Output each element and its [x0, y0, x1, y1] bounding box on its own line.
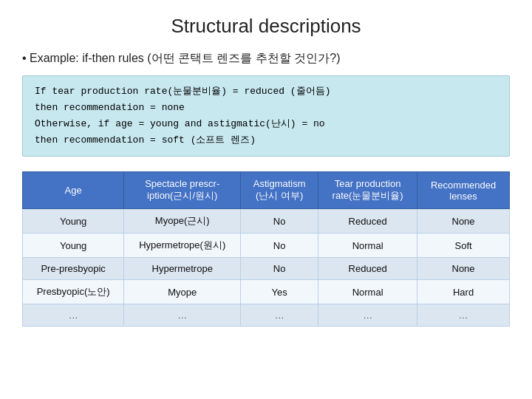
- page-title: Structural descriptions: [22, 15, 510, 38]
- table-cell: Myope: [124, 280, 241, 304]
- code-block: If tear production rate(눈물분비율) = reduced…: [22, 75, 510, 157]
- col-header-recommended: Recommendedlenses: [417, 172, 510, 209]
- table-cell: No: [241, 233, 318, 258]
- table-cell: Pre-presbyopic: [23, 258, 124, 280]
- table-cell: Myope(근시): [124, 209, 241, 233]
- code-line-1: If tear production rate(눈물분비율) = reduced…: [35, 86, 330, 97]
- table-cell: …: [318, 304, 417, 327]
- table-cell: Normal: [318, 233, 417, 258]
- table-cell: Soft: [417, 233, 510, 258]
- table-cell: …: [23, 304, 124, 327]
- table-cell: …: [241, 304, 318, 327]
- table-cell: Hypermetrope(원시): [124, 233, 241, 258]
- table-cell: …: [124, 304, 241, 327]
- table-cell: None: [417, 209, 510, 233]
- table-cell: No: [241, 258, 318, 280]
- example-label: • Example: if-then rules (어떤 콘택트 렌즈를 추천할…: [22, 51, 510, 66]
- code-line-2: then recommendation = none: [35, 102, 185, 113]
- table-cell: No: [241, 209, 318, 233]
- table-cell: Yes: [241, 280, 318, 304]
- table-cell: Hypermetrope: [124, 258, 241, 280]
- table-cell: …: [417, 304, 510, 327]
- code-line-3: Otherwise, if age = young and astigmatic…: [35, 118, 325, 129]
- table-cell: Presbyopic(노안): [23, 280, 124, 304]
- col-header-tear: Tear productionrate(눈물분비율): [318, 172, 417, 209]
- table-cell: None: [417, 258, 510, 280]
- table-cell: Reduced: [318, 258, 417, 280]
- table-cell: Young: [23, 209, 124, 233]
- col-header-spectacle: Spectacle prescr-iption(근시/원시): [124, 172, 241, 209]
- table-cell: Hard: [417, 280, 510, 304]
- table-cell: Normal: [318, 280, 417, 304]
- col-header-age: Age: [23, 172, 124, 209]
- table-cell: Young: [23, 233, 124, 258]
- col-header-astigmatism: Astigmatism(난시 여부): [241, 172, 318, 209]
- code-line-4: then recommendation = soft (소프트 렌즈): [35, 134, 256, 146]
- table-cell: Reduced: [318, 209, 417, 233]
- data-table: Age Spectacle prescr-iption(근시/원시) Astig…: [22, 171, 510, 327]
